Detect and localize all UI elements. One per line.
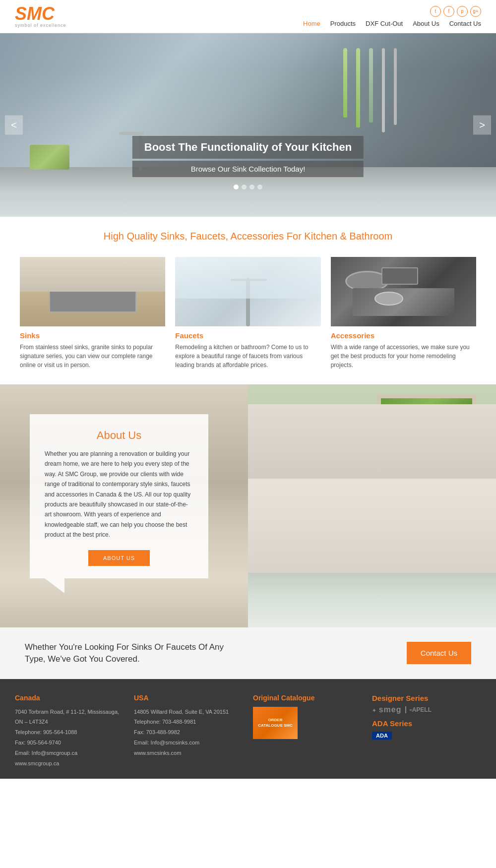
footer-usa: USA 14805 Willard Road, Suite E, VA 2015… xyxy=(134,694,243,769)
about-body: Whether you are planning a renovation or… xyxy=(45,449,193,540)
hero-next-btn[interactable]: > xyxy=(473,116,491,135)
faucet-spout xyxy=(119,132,144,135)
usa-fax: Fax: 703-488-9982 xyxy=(134,727,243,738)
hero-title: Boost The Functionality of Your Kitchen xyxy=(132,136,364,159)
footer-brands: Designer Series ✦ smeg =APELL ADA Series… xyxy=(372,694,481,769)
cta-text: Whether You're Looking For Sinks Or Fauc… xyxy=(25,641,233,665)
accessories-desc: With a wide range of accessories, we mak… xyxy=(331,343,476,370)
apell-logo: =APELL xyxy=(405,706,432,713)
tagline-heading: High Quality Sinks, Faucets, Accessories… xyxy=(10,231,486,242)
canada-title: Canada xyxy=(15,694,124,702)
logo-tagline: symbol of excellence xyxy=(15,23,66,28)
site-footer: Canada 7040 Torbram Road, # 11-12, Missi… xyxy=(0,679,496,779)
about-section: About Us Whether you are planning a reno… xyxy=(0,384,496,627)
catalogue-title: Original Catalogue xyxy=(253,694,362,702)
sinks-desc: From stainless steel sinks, granite sink… xyxy=(20,343,165,370)
canada-phone: Telephone: 905-564-1088 xyxy=(15,727,124,738)
header-right: t f p g+ Home Products DXF Cut-Out About… xyxy=(303,6,481,27)
social-icons: t f p g+ xyxy=(430,6,481,17)
smeg-logo: ✦ smeg xyxy=(372,705,401,714)
catalogue-image[interactable]: ORDER CATALOGUE SMC xyxy=(253,707,298,739)
nav-contact[interactable]: Contact Us xyxy=(449,20,481,27)
nav-about[interactable]: About Us xyxy=(413,20,439,27)
canada-address: 7040 Torbram Road, # 11-12, Mississauga,… xyxy=(15,707,124,728)
about-us-button[interactable]: ABOUT US xyxy=(88,550,150,566)
toaster-decoration xyxy=(30,145,69,170)
accessories-image xyxy=(331,257,476,326)
accessories-title[interactable]: Accessories xyxy=(331,331,476,340)
footer-canada: Canada 7040 Torbram Road, # 11-12, Missi… xyxy=(15,694,124,769)
usa-phone: Telephone: 703-488-9981 xyxy=(134,717,243,727)
about-kitchen-right xyxy=(248,384,496,627)
canada-website[interactable]: www.smcgroup.ca xyxy=(15,758,124,769)
product-card-sinks: Sinks From stainless steel sinks, granit… xyxy=(20,257,165,370)
catalogue-label: ORDER CATALOGUE SMC xyxy=(255,717,295,728)
about-box: About Us Whether you are planning a reno… xyxy=(30,414,208,578)
hero-text-overlay: Boost The Functionality of Your Kitchen … xyxy=(132,136,364,177)
canada-email: Email: Info@smcgroup.ca xyxy=(15,748,124,758)
about-heading: About Us xyxy=(45,429,193,442)
usa-website[interactable]: www.smcsinks.com xyxy=(134,748,243,758)
facebook-icon[interactable]: f xyxy=(443,6,454,17)
ada-series-title: ADA Series xyxy=(372,719,481,728)
usa-title: USA xyxy=(134,694,243,702)
footer-grid: Canada 7040 Torbram Road, # 11-12, Missi… xyxy=(15,694,481,769)
nav-dxf[interactable]: DXF Cut-Out xyxy=(366,20,403,27)
hero-dot-3[interactable] xyxy=(249,185,254,189)
product-card-faucets: Faucets Remodeling a kitchen or bathroom… xyxy=(175,257,320,370)
site-header: SMC symbol of excellence t f p g+ Home P… xyxy=(0,0,496,33)
faucets-image xyxy=(175,257,320,326)
designer-series-title: Designer Series xyxy=(372,694,481,702)
hero-prev-btn[interactable]: < xyxy=(5,116,23,135)
nav-products[interactable]: Products xyxy=(330,20,356,27)
hero-slider: < > Boost The Functionality of Your Kitc… xyxy=(0,33,496,217)
product-card-accessories: Accessories With a wide range of accesso… xyxy=(331,257,476,370)
faucets-desc: Remodeling a kitchen or bathroom? Come t… xyxy=(175,343,320,370)
nav-home[interactable]: Home xyxy=(303,20,320,27)
main-nav: Home Products DXF Cut-Out About Us Conta… xyxy=(303,20,481,27)
utensils-decoration xyxy=(343,48,397,132)
faucets-title[interactable]: Faucets xyxy=(175,331,320,340)
hero-dot-1[interactable] xyxy=(234,185,239,189)
usa-email: Email: Info@smcsinks.com xyxy=(134,738,243,748)
ada-badge: ADA xyxy=(372,732,392,740)
sinks-title[interactable]: Sinks xyxy=(20,331,165,340)
footer-catalogue: Original Catalogue ORDER CATALOGUE SMC xyxy=(253,694,362,769)
about-box-arrow xyxy=(45,578,64,593)
googleplus-icon[interactable]: g+ xyxy=(470,6,481,17)
products-section: Sinks From stainless steel sinks, granit… xyxy=(0,252,496,384)
logo-area: SMC symbol of excellence xyxy=(15,5,66,28)
hero-subtitle: Browse Our Sink Collection Today! xyxy=(132,161,364,177)
brand-logos-row: ✦ smeg =APELL xyxy=(372,705,481,714)
hero-dots xyxy=(234,185,262,189)
tagline-section: High Quality Sinks, Faucets, Accessories… xyxy=(0,217,496,252)
twitter-icon[interactable]: t xyxy=(430,6,441,17)
usa-address: 14805 Willard Road, Suite E, VA 20151 xyxy=(134,707,243,717)
pinterest-icon[interactable]: p xyxy=(457,6,468,17)
logo: SMC xyxy=(15,5,66,23)
cta-section: Whether You're Looking For Sinks Or Fauc… xyxy=(0,627,496,679)
canada-fax: Fax: 905-564-9740 xyxy=(15,738,124,748)
sinks-image xyxy=(20,257,165,326)
contact-us-button[interactable]: Contact Us xyxy=(407,642,471,664)
hero-dot-4[interactable] xyxy=(257,185,262,189)
hero-dot-2[interactable] xyxy=(242,185,247,189)
